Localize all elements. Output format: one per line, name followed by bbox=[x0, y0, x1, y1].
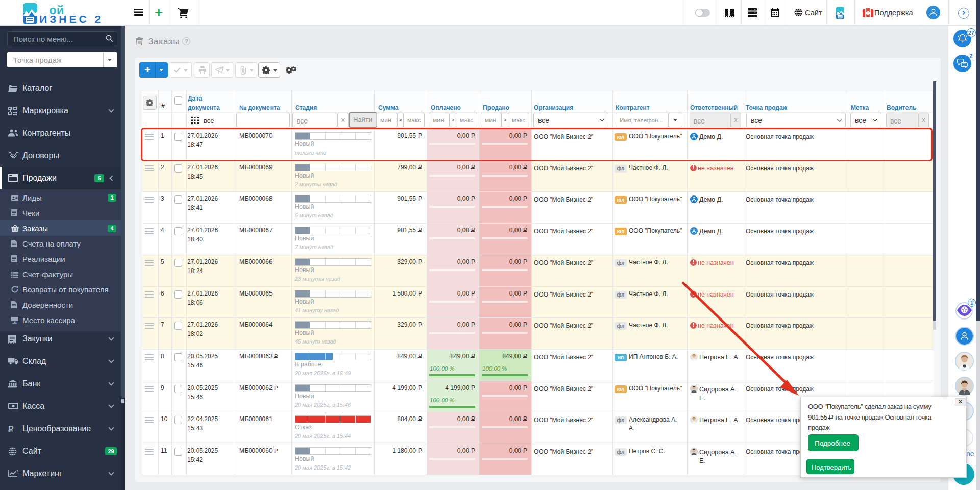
svg-text:Р: Р bbox=[8, 425, 14, 433]
